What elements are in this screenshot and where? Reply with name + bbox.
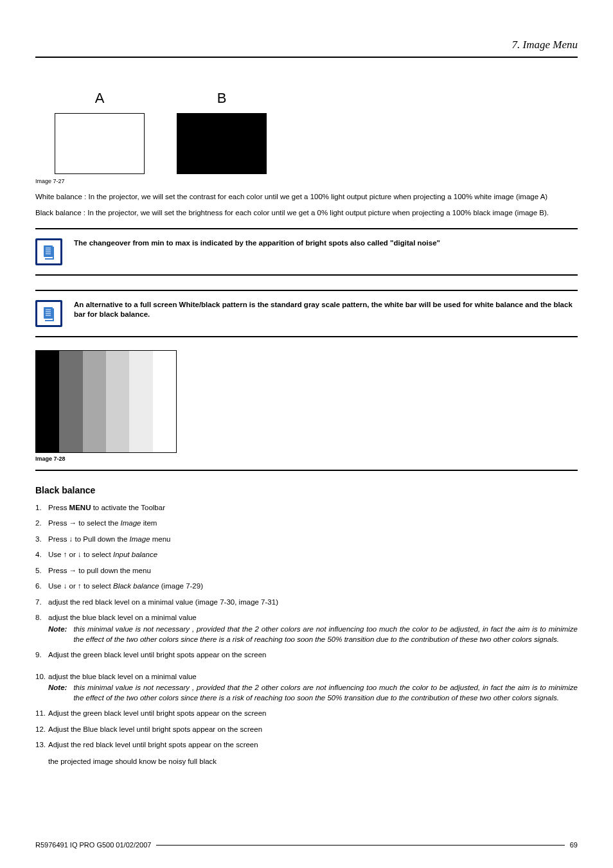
step-text: adjust the red black level on a minimal … — [48, 598, 278, 606]
step-note: Note:this minimal value is not necessary… — [48, 624, 578, 644]
step-number: 12. — [35, 725, 46, 735]
svg-rect-9 — [45, 320, 54, 321]
info-icon — [35, 300, 62, 327]
page-header-title: 7. Image Menu — [35, 39, 578, 51]
grayscale-bar — [129, 351, 152, 452]
step-text: Press MENU to activate the Toolbar — [48, 504, 165, 511]
step-text: adjust the blue black level on a minimal… — [48, 673, 197, 680]
grayscale-bar — [106, 351, 129, 452]
step-number: 6. — [35, 581, 42, 592]
step-text: Adjust the green black level until brigh… — [48, 651, 266, 659]
section-heading: Black balance — [35, 485, 578, 495]
step-text: Adjust the green black level until brigh… — [48, 709, 266, 717]
step-text: adjust the blue black level on a minimal… — [48, 614, 197, 621]
step-item: 11.Adjust the green black level until br… — [35, 709, 578, 719]
note-label: Note: — [48, 624, 67, 644]
note-text: this minimal value is not necessary , pr… — [73, 683, 578, 703]
footer-left: R5976491 IQ PRO G500 01/02/2007 — [35, 841, 151, 849]
step-number: 3. — [35, 535, 42, 545]
step-item: 2.Press → to select the Image item — [35, 518, 578, 529]
step-number: 9. — [35, 650, 42, 660]
svg-rect-8 — [53, 308, 54, 320]
step-item: 3.Press ↓ to Pull down the Image menu — [35, 535, 578, 545]
step-item: 9.Adjust the green black level until bri… — [35, 650, 578, 660]
step-number: 1. — [35, 503, 42, 513]
step-number: 10. — [35, 672, 46, 682]
step-italic: Image — [130, 535, 150, 543]
info-block-2: An alternative to a full screen White/bl… — [35, 290, 578, 337]
footer-page-number: 69 — [570, 841, 578, 849]
step-number: 4. — [35, 550, 42, 560]
black-image-box — [177, 113, 267, 174]
step-italic: Image — [121, 519, 141, 527]
step-item: 12.Adjust the Blue black level until bri… — [35, 725, 578, 735]
steps-list: 1.Press MENU to activate the Toolbar2.Pr… — [35, 503, 578, 766]
white-image-box — [55, 113, 145, 174]
step-item: 8.adjust the blue black level on a minim… — [35, 613, 578, 644]
grayscale-bar — [153, 351, 176, 452]
svg-rect-0 — [44, 245, 53, 257]
step-number: 8. — [35, 613, 42, 623]
step-item: 4.Use ↑ or ↓ to select Input balance — [35, 550, 578, 560]
step-italic: Input balance — [113, 551, 157, 558]
info-icon — [35, 238, 62, 265]
label-a: A — [95, 90, 105, 107]
step-number: 13. — [35, 740, 46, 750]
note-text: this minimal value is not necessary , pr… — [73, 624, 578, 644]
section-rule — [35, 470, 578, 471]
info-text-2: An alternative to a full screen White/bl… — [74, 300, 578, 320]
grayscale-bar — [36, 351, 59, 452]
white-balance-paragraph: White balance : In the projector, we wil… — [35, 192, 578, 202]
step-item: 10.adjust the blue black level on a mini… — [35, 672, 578, 704]
step-text: Adjust the red black level until bright … — [48, 741, 258, 748]
col-a: A — [55, 90, 145, 174]
svg-rect-7 — [44, 307, 53, 319]
header-rule — [35, 57, 578, 58]
image-caption-7-28: Image 7-28 — [35, 456, 578, 462]
info-text-1: The changeover from min to max is indica… — [74, 238, 578, 249]
svg-rect-2 — [45, 258, 54, 260]
label-b: B — [217, 90, 227, 107]
note-label: Note: — [48, 683, 67, 703]
grayscale-pattern — [35, 350, 177, 453]
step-number: 5. — [35, 566, 42, 576]
step-text: Adjust the Blue black level until bright… — [48, 725, 262, 733]
step-text: Press → to pull down the menu — [48, 567, 151, 574]
info-block-1: The changeover from min to max is indica… — [35, 228, 578, 276]
step-text: Press → to select the Image item — [48, 519, 157, 527]
step-item: 7.adjust the red black level on a minima… — [35, 598, 578, 608]
step-number: 2. — [35, 518, 42, 529]
step-item: 5.Press → to pull down the menu — [35, 566, 578, 576]
step-after-text: the projected image should know be noisy… — [48, 757, 578, 767]
step-item: 1.Press MENU to activate the Toolbar — [35, 503, 578, 513]
step-note: Note:this minimal value is not necessary… — [48, 683, 578, 703]
step-bold: MENU — [69, 504, 91, 511]
grayscale-bar — [83, 351, 106, 452]
step-text: Press ↓ to Pull down the Image menu — [48, 535, 171, 543]
step-item: 13.Adjust the red black level until brig… — [35, 740, 578, 766]
step-item: 6.Use ↓ or ↑ to select Black balance (im… — [35, 581, 578, 592]
svg-rect-1 — [53, 247, 54, 258]
col-b: B — [177, 90, 267, 174]
image-caption-7-27: Image 7-27 — [35, 178, 578, 184]
step-text: Use ↓ or ↑ to select Black balance (imag… — [48, 582, 203, 590]
step-text: Use ↑ or ↓ to select Input balance — [48, 551, 157, 558]
step-number: 7. — [35, 598, 42, 608]
step-italic: Black balance — [113, 582, 159, 590]
image-comparison-row: A B — [55, 90, 578, 174]
page-footer: R5976491 IQ PRO G500 01/02/2007 69 — [35, 841, 578, 849]
grayscale-bar — [59, 351, 82, 452]
footer-line — [156, 845, 564, 846]
black-balance-paragraph: Black balance : In the projector, we wil… — [35, 208, 578, 218]
step-number: 11. — [35, 709, 46, 719]
